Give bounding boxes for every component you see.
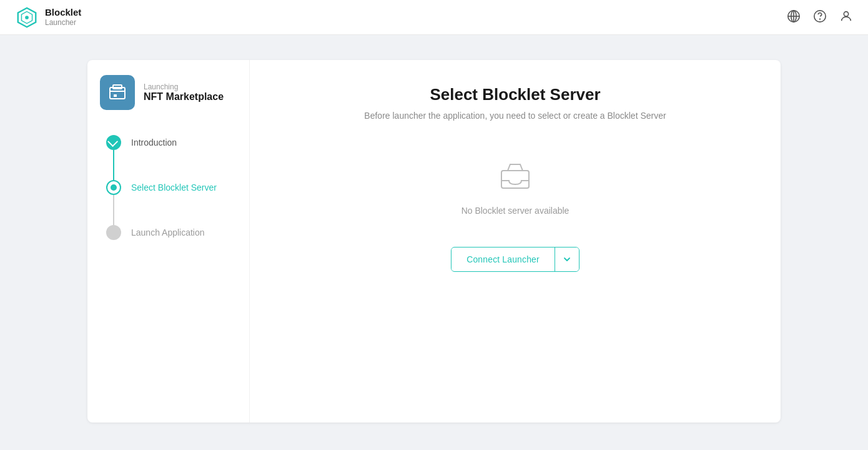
app-name: NFT Marketplace (144, 91, 224, 102)
svg-point-9 (844, 11, 848, 16)
inbox-icon (496, 158, 534, 198)
header-actions (787, 9, 853, 26)
content-area: Select Blocklet Server Before launcher t… (250, 60, 781, 422)
app-meta: Launching NFT Marketplace (144, 82, 224, 102)
svg-point-8 (820, 19, 821, 19)
globe-icon[interactable] (787, 9, 801, 26)
help-icon[interactable] (813, 9, 827, 26)
main-card: Launching NFT Marketplace Introduction (87, 60, 781, 422)
step-launch-application: Launch Application (106, 225, 237, 240)
checkmark-icon (107, 136, 118, 147)
step-introduction: Introduction (106, 135, 237, 180)
step-1-circle (106, 135, 121, 150)
svg-point-2 (25, 16, 29, 19)
active-dot-icon (111, 184, 117, 191)
svg-rect-13 (114, 94, 117, 97)
step-1-label: Introduction (131, 135, 177, 149)
connect-launcher-dropdown-button[interactable] (555, 248, 579, 271)
connect-launcher-button[interactable]: Connect Launcher (451, 248, 555, 271)
main-area: Launching NFT Marketplace Introduction (0, 35, 868, 450)
step-3-circle (106, 225, 121, 240)
chevron-down-icon (563, 255, 571, 264)
logo-subtitle: Launcher (45, 18, 81, 27)
step-2-indicator-col (106, 180, 121, 225)
steps-list: Introduction Select Blocklet Server (100, 135, 237, 240)
app-icon (100, 75, 135, 110)
step-select-server: Select Blocklet Server (106, 180, 237, 225)
logo-text: Blocklet Launcher (45, 7, 81, 27)
logo-title: Blocklet (45, 7, 81, 18)
content-title: Select Blocklet Server (430, 85, 600, 104)
connect-button-group: Connect Launcher (451, 247, 579, 272)
user-icon[interactable] (839, 9, 853, 26)
step-3-label: Launch Application (131, 225, 205, 239)
step-2-circle (106, 180, 121, 195)
step-1-connector (113, 150, 114, 180)
logo-area: Blocklet Launcher (15, 6, 81, 29)
empty-state: No Blocklet server available (461, 158, 570, 216)
blocklet-logo-icon (15, 6, 39, 29)
app-info: Launching NFT Marketplace (100, 75, 237, 110)
header: Blocklet Launcher (0, 0, 868, 35)
svg-rect-14 (501, 171, 529, 188)
sidebar: Launching NFT Marketplace Introduction (87, 60, 250, 422)
launching-label: Launching (144, 82, 224, 91)
step-1-indicator-col (106, 135, 121, 180)
step-2-label: Select Blocklet Server (131, 180, 217, 194)
step-3-indicator-col (106, 225, 121, 240)
empty-text: No Blocklet server available (461, 206, 570, 216)
content-subtitle: Before launcher the application, you nee… (364, 111, 666, 121)
step-2-connector (113, 195, 114, 225)
